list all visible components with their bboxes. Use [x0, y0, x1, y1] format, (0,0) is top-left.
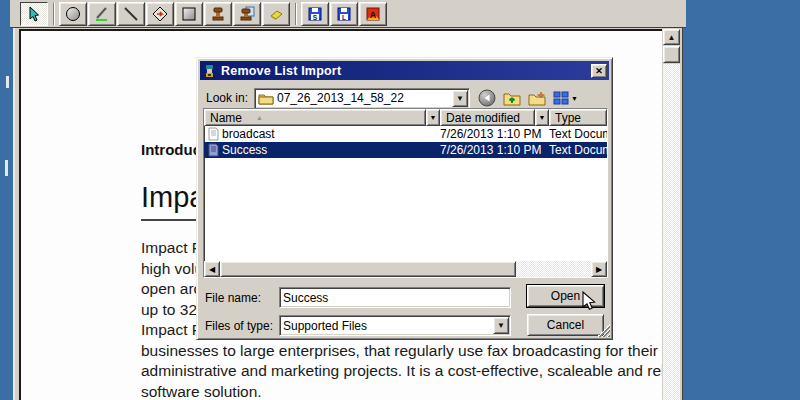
look-in-value: 07_26_2013_14_58_22: [274, 91, 452, 105]
chevron-down-icon: ▼: [430, 114, 437, 121]
files-of-type-select[interactable]: Supported Files ▼: [279, 315, 511, 336]
file-name-value: Success: [280, 291, 510, 305]
scroll-left-button[interactable]: ◀: [204, 261, 220, 277]
look-in-combobox[interactable]: 07_26_2013_14_58_22 ▼: [254, 88, 470, 109]
file-name-label: File name:: [205, 291, 279, 305]
stamp-paste-tool-icon: [239, 6, 255, 22]
scrollbar-track[interactable]: [516, 261, 591, 277]
scrollbar-thumb[interactable]: [663, 46, 680, 63]
dialog-icon: [202, 63, 217, 78]
stamp-paste-tool-button[interactable]: [233, 2, 261, 26]
column-header-date-modified[interactable]: Date modified: [440, 109, 535, 126]
file-row-success[interactable]: Success 7/26/2013 1:10 PM Text Document: [204, 142, 607, 158]
open-button-label: Open: [551, 289, 580, 303]
file-date: 7/26/2013 1:10 PM: [440, 127, 549, 141]
file-date: 7/26/2013 1:10 PM: [440, 143, 549, 157]
paragraph-line: businesses to large enterprises, that re…: [141, 341, 662, 362]
sort-ascending-icon: ▲: [256, 114, 263, 121]
list-header: Name ▲ ▼ Date modified ▼ Type: [204, 109, 607, 126]
look-in-row: Look in: 07_26_2013_14_58_22 ▼ ▼: [200, 87, 609, 109]
look-in-dropdown-button[interactable]: ▼: [452, 90, 468, 107]
text-document-icon: [208, 127, 219, 141]
files-of-type-label: Files of type:: [205, 319, 279, 333]
cancel-button-label: Cancel: [547, 318, 584, 332]
toolbar-separator: [295, 3, 297, 25]
eraser-tool-button[interactable]: [262, 2, 290, 26]
chevron-down-icon: ▼: [571, 95, 578, 102]
chevron-down-icon: ▼: [497, 321, 505, 330]
text-document-icon: [208, 143, 219, 157]
column-label: Name: [210, 111, 242, 125]
stamp-tool-icon: [210, 6, 226, 22]
diamond-tool-icon: [152, 6, 168, 22]
name-filter-button[interactable]: ▼: [426, 109, 440, 126]
pen-tool-button[interactable]: [88, 2, 116, 26]
column-label: Type: [555, 111, 581, 125]
scrollbar-thumb[interactable]: [220, 261, 516, 277]
resize-grip[interactable]: [597, 324, 610, 337]
files-of-type-value: Supported Files: [280, 319, 493, 333]
arrow-right-icon: ▶: [596, 265, 602, 274]
column-header-type[interactable]: Type: [549, 109, 607, 126]
close-button[interactable]: ✕: [591, 64, 607, 78]
line-tool-icon: [123, 6, 139, 22]
rectangle-tool-button[interactable]: [175, 2, 203, 26]
cursor-tool-button[interactable]: [20, 2, 48, 26]
scroll-up-button[interactable]: ▲: [663, 29, 680, 45]
files-of-type-dropdown-button[interactable]: ▼: [493, 317, 509, 334]
paragraph-line: software solution.: [141, 382, 662, 400]
stamp-tool-button[interactable]: [204, 2, 232, 26]
diamond-tool-button[interactable]: [146, 2, 174, 26]
dialog-titlebar[interactable]: Remove List Import ✕: [200, 61, 609, 80]
eraser-tool-icon: [268, 6, 284, 22]
mouse-cursor-icon: [581, 291, 603, 313]
text-a-icon: A: [365, 6, 381, 22]
folder-icon: [258, 92, 274, 105]
svg-text:S: S: [313, 13, 318, 20]
ellipse-tool-icon: [65, 6, 81, 22]
dialog-title: Remove List Import: [221, 64, 591, 78]
svg-text:A: A: [370, 10, 377, 20]
chevron-down-icon: ▼: [539, 114, 546, 121]
new-folder-icon[interactable]: [528, 91, 546, 106]
column-label: Date modified: [446, 111, 520, 125]
toolbar-separator: [53, 3, 55, 25]
pen-tool-icon: [94, 6, 110, 22]
file-row-broadcast[interactable]: broadcast 7/26/2013 1:10 PM Text Documen…: [204, 126, 607, 142]
scroll-right-button[interactable]: ▶: [591, 261, 607, 277]
file-type: Text Document: [549, 127, 607, 141]
desktop-label-fragment: [5, 160, 8, 176]
desktop-label-fragment: [6, 76, 9, 88]
file-type: Text Document: [549, 143, 607, 157]
drawing-toolbar: S L A: [10, 0, 686, 28]
save-s-button[interactable]: S: [301, 2, 329, 26]
column-header-name[interactable]: Name ▲: [204, 109, 426, 126]
rectangle-tool-icon: [181, 6, 197, 22]
chevron-down-icon: ▼: [456, 94, 464, 103]
save-l-icon: L: [336, 6, 352, 22]
files-of-type-row: Files of type: Supported Files ▼: [205, 315, 511, 336]
file-name-row: File name: Success: [205, 287, 511, 308]
list-horizontal-scrollbar[interactable]: ◀ ▶: [204, 261, 607, 277]
file-name-input[interactable]: Success: [279, 287, 511, 308]
back-icon[interactable]: [478, 89, 496, 107]
file-name: Success: [222, 143, 267, 157]
cancel-button[interactable]: Cancel: [527, 314, 604, 336]
close-icon: ✕: [595, 66, 603, 76]
dialog-nav-buttons: ▼: [478, 89, 578, 107]
arrow-up-icon: ▲: [668, 33, 676, 42]
cursor-tool-icon: [26, 6, 42, 22]
paragraph-line: administrative and marketing projects. I…: [141, 361, 662, 382]
line-tool-button[interactable]: [117, 2, 145, 26]
look-in-label: Look in:: [206, 91, 254, 105]
views-icon[interactable]: ▼: [553, 91, 578, 105]
file-list: Name ▲ ▼ Date modified ▼ Type broadcast …: [203, 108, 608, 278]
vertical-scrollbar[interactable]: ▲: [663, 29, 680, 400]
date-filter-button[interactable]: ▼: [535, 109, 549, 126]
text-a-button[interactable]: A: [359, 2, 387, 26]
ellipse-tool-button[interactable]: [59, 2, 87, 26]
save-l-button[interactable]: L: [330, 2, 358, 26]
up-folder-icon[interactable]: [503, 91, 521, 106]
arrow-left-icon: ◀: [209, 265, 215, 274]
scrollbar-track[interactable]: [663, 64, 680, 400]
